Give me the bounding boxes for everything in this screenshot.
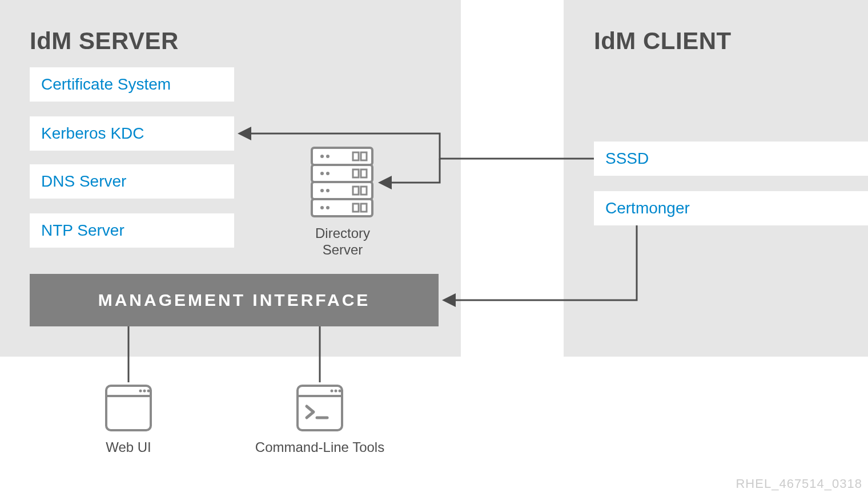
svg-point-8 [320,189,324,192]
svg-point-11 [326,206,329,209]
web-ui-label: Web UI [69,439,188,455]
certmonger-box: Certmonger [594,191,868,225]
svg-point-7 [326,172,329,175]
svg-point-9 [326,189,329,192]
web-ui-icon [103,382,154,434]
svg-rect-20 [106,386,151,430]
reference-id: RHEL_467514_0318 [736,476,862,491]
server-title: IdM SERVER [30,27,179,55]
svg-rect-25 [298,386,342,430]
sssd-box: SSSD [594,142,868,176]
svg-point-29 [339,390,341,393]
svg-point-22 [139,390,142,393]
cli-icon [294,382,345,434]
svg-point-27 [331,390,333,393]
svg-point-5 [326,155,329,158]
certificate-system-box: Certificate System [30,67,234,102]
dns-server-box: DNS Server [30,164,234,199]
svg-point-28 [335,390,337,393]
management-interface-bar: MANAGEMENT INTERFACE [30,274,439,326]
kerberos-kdc-box: Kerberos KDC [30,116,234,151]
svg-point-6 [320,172,324,175]
client-title: IdM CLIENT [594,27,732,55]
svg-point-10 [320,206,324,209]
svg-point-24 [147,390,150,393]
directory-server-label: DirectoryServer [297,225,388,258]
directory-server-icon [310,146,375,220]
svg-point-4 [320,155,324,158]
svg-point-23 [143,390,146,393]
diagram-canvas: IdM SERVER IdM CLIENT Certificate System… [0,0,868,497]
cli-label: Command-Line Tools [246,439,394,455]
ntp-server-box: NTP Server [30,213,234,248]
